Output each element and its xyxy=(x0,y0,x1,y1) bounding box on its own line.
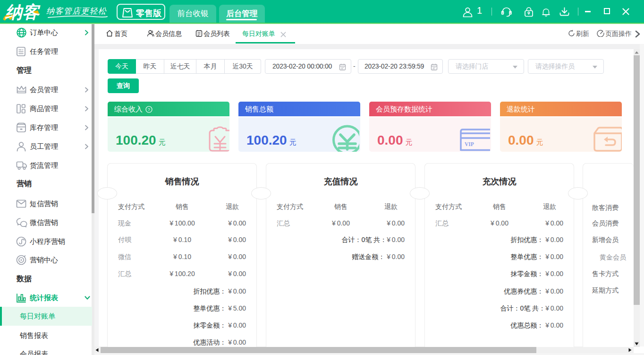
svg-text:?: ? xyxy=(148,107,150,112)
svg-text:纳客管店更轻松: 纳客管店更轻松 xyxy=(46,7,107,16)
svg-text:VIP: VIP xyxy=(465,141,474,147)
svg-text:纳客: 纳客 xyxy=(5,2,41,22)
